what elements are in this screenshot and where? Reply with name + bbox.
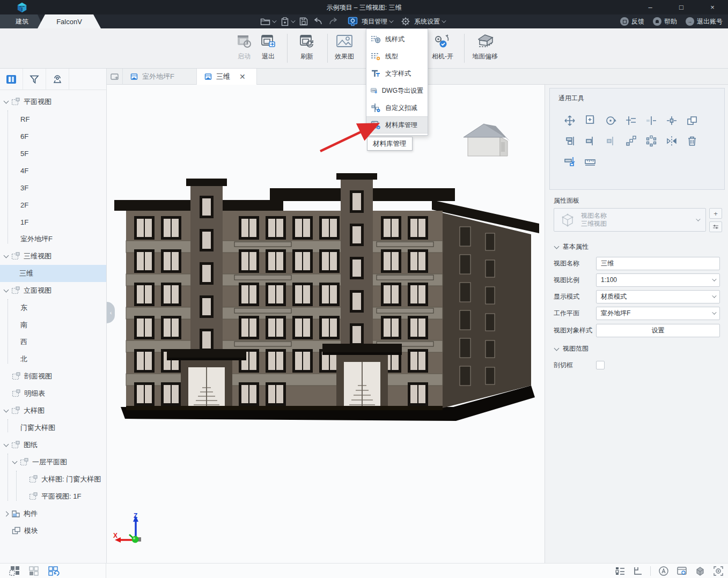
chevron-right-icon[interactable] — [4, 511, 9, 516]
maximize-button[interactable]: □ — [666, 0, 697, 14]
tree-node-schedules[interactable]: 明细表 — [0, 385, 106, 402]
panel-toggle-button[interactable] — [0, 69, 23, 90]
property-filter-button[interactable] — [709, 221, 722, 232]
radial-array-tool-icon[interactable] — [641, 131, 661, 151]
group-tool-icon[interactable] — [682, 110, 702, 131]
view-name-input[interactable] — [596, 257, 720, 270]
trim-extend-tool-icon[interactable] — [621, 110, 641, 131]
tab-falconv[interactable]: FalconV — [38, 14, 101, 28]
tree-node-elevation-views[interactable]: 立面视图 — [0, 282, 106, 299]
menu-item-material-library[interactable]: 材料库管理 — [366, 116, 428, 134]
type-selector[interactable]: 视图名称 三维视图 — [554, 208, 706, 232]
tree-item-north[interactable]: 北 — [0, 351, 106, 368]
tree-item-rf[interactable]: RF — [0, 110, 106, 128]
render-image-button[interactable]: 效果图 — [327, 33, 362, 65]
camera-toggle-button[interactable]: 相机-开 — [425, 33, 460, 65]
tree-item-3d-selected[interactable]: 三维 — [0, 265, 106, 282]
shaded-view-icon[interactable] — [695, 566, 705, 576]
save-button[interactable] — [299, 17, 308, 26]
tree-node-sheets[interactable]: 图纸 — [0, 436, 106, 454]
rotate-tool-icon[interactable] — [600, 110, 621, 131]
project-management-menu[interactable]: 项目管理 — [348, 17, 392, 26]
viewport-3d[interactable]: Z X ‹ — [107, 85, 545, 563]
locate-button[interactable] — [46, 69, 69, 90]
tree-item-6f[interactable]: 6F — [0, 128, 106, 145]
trim-tool-icon[interactable] — [641, 110, 661, 131]
logout-button[interactable]: → 退出账号 — [686, 17, 723, 26]
help-button[interactable]: 帮助 — [653, 17, 677, 26]
add-property-button[interactable]: + — [709, 208, 722, 219]
section-basic-properties[interactable]: 基本属性 — [555, 242, 589, 251]
close-button[interactable]: × — [697, 0, 728, 14]
reset-selection-icon[interactable] — [47, 566, 60, 576]
copy-tool-icon[interactable] — [580, 110, 600, 131]
tree-node-plan-views[interactable]: 平面视图 — [0, 93, 106, 110]
align-right-tool-icon[interactable] — [580, 131, 600, 151]
tree-item-exterior-grade[interactable]: 室外地坪F — [0, 231, 106, 248]
chevron-down-icon[interactable] — [12, 459, 18, 464]
work-plane-select[interactable]: 室外地坪F — [596, 307, 720, 320]
section-box-checkbox[interactable] — [596, 361, 605, 369]
tree-node-modules[interactable]: 模块 — [0, 522, 106, 539]
tab-architecture[interactable]: 建筑 — [0, 14, 44, 28]
tree-item-sheet-detail[interactable]: 大样图: 门窗大样图 — [0, 471, 106, 488]
tree-item-west[interactable]: 西 — [0, 334, 106, 351]
tree-item-5f[interactable]: 5F — [0, 145, 106, 162]
object-style-settings-button[interactable]: 设置 — [596, 324, 720, 337]
tree-node-3d-views[interactable]: 三维视图 — [0, 248, 106, 265]
display-mode-select[interactable]: 材质模式 — [596, 290, 720, 303]
chevron-down-icon[interactable] — [4, 253, 9, 258]
zoom-extents-icon[interactable] — [713, 566, 724, 576]
align-tool-icon[interactable] — [560, 131, 580, 151]
offset-tool-icon[interactable] — [560, 151, 580, 172]
chevron-down-icon[interactable] — [4, 442, 9, 447]
ground-offset-button[interactable]: 地面偏移 — [468, 33, 502, 65]
measure-tool-icon[interactable] — [580, 151, 600, 172]
tree-item-door-window-detail[interactable]: 门窗大样图 — [0, 419, 106, 436]
chevron-down-icon[interactable] — [4, 287, 9, 293]
exit-button[interactable]: 退出 — [251, 33, 285, 65]
chevron-down-icon[interactable] — [4, 407, 9, 413]
close-tab-icon[interactable]: ✕ — [239, 72, 246, 81]
tree-node-detail-views[interactable]: 大样图 — [0, 402, 106, 419]
tree-node-first-floor-sheet[interactable]: 一层平面图 — [0, 454, 106, 471]
deselect-icon[interactable] — [28, 566, 40, 576]
menu-item-line-type[interactable]: 线型 — [366, 48, 428, 65]
tree-item-2f[interactable]: 2F — [0, 196, 106, 213]
menu-item-text-style[interactable]: 文字样式 — [366, 65, 428, 82]
view-scale-select[interactable]: 1:100 — [596, 273, 720, 287]
align-left-tool-icon[interactable] — [600, 131, 621, 151]
view-tab-exterior-grade[interactable]: 室外地坪F — [123, 69, 197, 85]
tree-node-components[interactable]: 构件 — [0, 505, 106, 522]
split-tool-icon[interactable] — [661, 110, 682, 131]
menu-item-custom-deduction[interactable]: 自定义扣减 — [366, 99, 428, 116]
menu-item-line-style[interactable]: 线样式 — [366, 31, 428, 48]
tree-item-3f[interactable]: 3F — [0, 179, 106, 196]
chevron-down-icon[interactable] — [4, 99, 9, 104]
paste-button[interactable] — [281, 17, 294, 26]
delete-tool-icon[interactable] — [682, 131, 702, 151]
tree-node-section-views[interactable]: 剖面视图 — [0, 368, 106, 385]
move-tool-icon[interactable] — [560, 110, 580, 131]
annotation-toggle-icon[interactable] — [658, 566, 669, 576]
detail-level-icon[interactable] — [615, 566, 626, 576]
feedback-button[interactable]: 反馈 — [620, 17, 644, 26]
mirror-tool-icon[interactable] — [661, 131, 682, 151]
tab-overflow-button[interactable] — [107, 69, 123, 85]
redo-button[interactable] — [328, 18, 338, 25]
tree-item-east[interactable]: 东 — [0, 299, 106, 316]
menu-item-dwg-export[interactable]: DWG DWG导出设置 — [366, 82, 428, 99]
minimize-button[interactable]: – — [635, 0, 666, 14]
system-settings-menu[interactable]: 系统设置 — [401, 17, 445, 26]
section-view-range[interactable]: 视图范围 — [555, 344, 589, 353]
select-all-icon[interactable] — [9, 566, 20, 576]
tree-item-sheet-plan-1f[interactable]: 平面视图: 1F — [0, 488, 106, 505]
refresh-button[interactable]: 刷新 — [290, 33, 324, 65]
tree-item-4f[interactable]: 4F — [0, 162, 106, 179]
open-folder-button[interactable] — [260, 17, 275, 26]
array-tool-icon[interactable] — [621, 131, 641, 151]
filter-button[interactable] — [23, 69, 46, 90]
tree-item-south[interactable]: 南 — [0, 316, 106, 334]
tree-item-1f[interactable]: 1F — [0, 213, 106, 231]
view-settings-icon[interactable] — [676, 566, 687, 576]
